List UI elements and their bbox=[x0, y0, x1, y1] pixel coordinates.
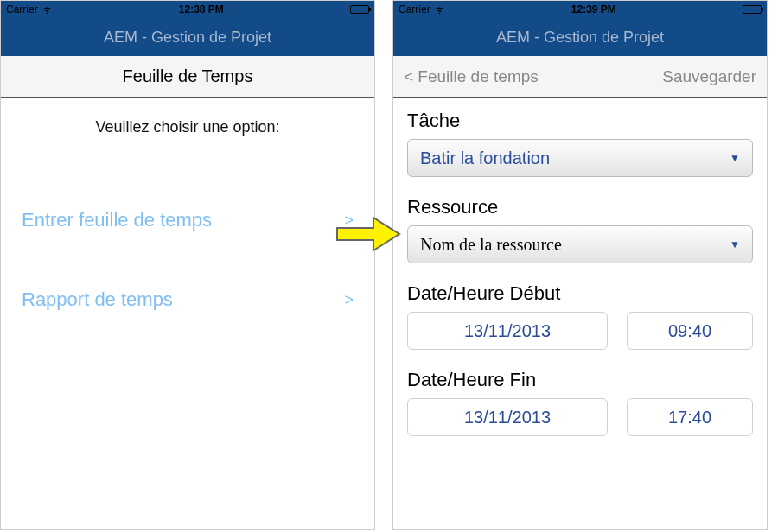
menu-item-label: Entrer feuille de temps bbox=[22, 209, 212, 231]
phone-right: Carrier 12:39 PM AEM - Gestion de Projet… bbox=[392, 0, 768, 530]
nav-title: AEM - Gestion de Projet bbox=[1, 18, 374, 56]
start-label: Date/Heure Début bbox=[407, 282, 753, 305]
carrier-label: Carrier bbox=[399, 3, 430, 16]
start-date-picker[interactable]: 13/11/2013 bbox=[407, 312, 608, 350]
clock-label: 12:39 PM bbox=[571, 3, 616, 16]
task-select[interactable]: Batir la fondation ▼ bbox=[407, 139, 753, 177]
resource-value: Nom de la ressource bbox=[420, 235, 562, 255]
prompt-text: Veuillez choisir une option: bbox=[16, 118, 359, 136]
end-time-picker[interactable]: 17:40 bbox=[627, 398, 753, 436]
chevron-down-icon: ▼ bbox=[730, 238, 740, 251]
status-bar: Carrier 12:38 PM bbox=[1, 1, 374, 18]
carrier-label: Carrier bbox=[6, 3, 38, 16]
end-label: Date/Heure Fin bbox=[407, 369, 753, 391]
menu-item-entrer[interactable]: Entrer feuille de temps > bbox=[16, 197, 359, 259]
arrow-icon bbox=[335, 214, 403, 254]
resource-select[interactable]: Nom de la ressource ▼ bbox=[407, 225, 753, 263]
chevron-down-icon: ▼ bbox=[730, 152, 740, 164]
chevron-right-icon: > bbox=[344, 291, 354, 309]
task-label: Tâche bbox=[407, 110, 753, 132]
phone-left: Carrier 12:38 PM AEM - Gestion de Projet… bbox=[0, 0, 375, 530]
toolbar-title: Feuille de Temps bbox=[1, 56, 374, 98]
wifi-icon bbox=[434, 4, 445, 16]
back-button[interactable]: < Feuille de temps bbox=[404, 67, 539, 86]
task-value: Batir la fondation bbox=[420, 149, 550, 168]
nav-title: AEM - Gestion de Projet bbox=[393, 18, 767, 56]
wifi-icon bbox=[41, 4, 53, 16]
toolbar: < Feuille de temps Sauvegarder bbox=[393, 56, 767, 98]
start-time-picker[interactable]: 09:40 bbox=[627, 312, 753, 350]
resource-label: Ressource bbox=[407, 196, 753, 218]
clock-label: 12:38 PM bbox=[179, 3, 224, 16]
status-bar: Carrier 12:39 PM bbox=[393, 1, 767, 18]
end-date-picker[interactable]: 13/11/2013 bbox=[407, 398, 608, 436]
menu-item-label: Rapport de temps bbox=[22, 288, 173, 311]
menu-item-rapport[interactable]: Rapport de temps > bbox=[16, 276, 359, 339]
save-button[interactable]: Sauvegarder bbox=[662, 67, 756, 86]
battery-icon bbox=[743, 5, 762, 14]
battery-icon bbox=[350, 5, 369, 14]
